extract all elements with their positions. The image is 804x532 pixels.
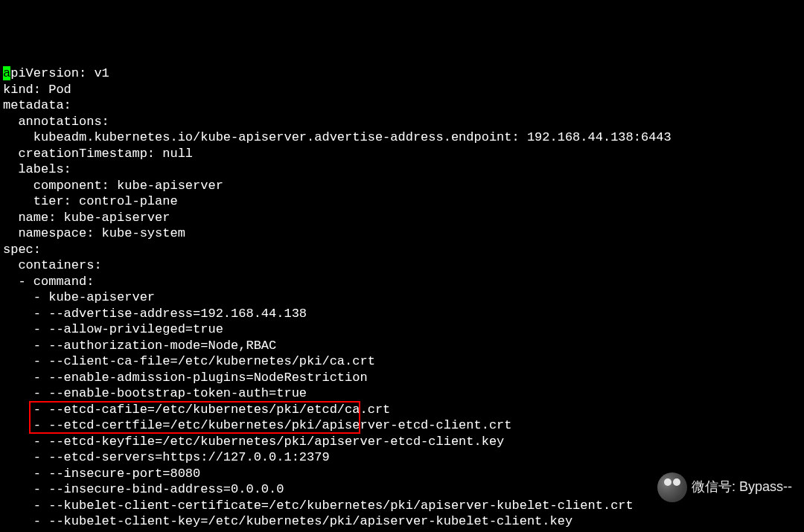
yaml-line: - --enable-bootstrap-token-auth=true (3, 385, 801, 402)
yaml-line: - --client-ca-file=/etc/kubernetes/pki/c… (3, 353, 801, 370)
yaml-line: - --advertise-address=192.168.44.138 (3, 306, 801, 322)
yaml-line: - --etcd-keyfile=/etc/kubernetes/pki/api… (3, 434, 801, 450)
terminal-output: apiVersion: v1kind: Podmetadata: annotat… (3, 65, 801, 532)
yaml-line: - --etcd-certfile=/etc/kubernetes/pki/ap… (3, 417, 801, 434)
yaml-line: - --authorization-mode=Node,RBAC (3, 338, 801, 354)
yaml-line: apiVersion: v1 (3, 65, 801, 82)
yaml-line: - kube-apiserver (3, 289, 801, 306)
yaml-line: - command: (3, 274, 801, 290)
watermark-text: 微信号: Bypass-- (692, 479, 792, 496)
yaml-line: - --enable-admission-plugins=NodeRestric… (3, 370, 801, 386)
yaml-line: tier: control-plane (3, 193, 801, 210)
yaml-line: - --kubelet-client-key=/etc/kubernetes/p… (3, 513, 801, 530)
yaml-line: - --etcd-servers=https://127.0.0.1:2379 (3, 449, 801, 466)
yaml-line: kind: Pod (3, 82, 801, 98)
yaml-line: containers: (3, 257, 801, 274)
yaml-line: annotations: (3, 114, 801, 130)
yaml-line: - --etcd-cafile=/etc/kubernetes/pki/etcd… (3, 402, 801, 418)
yaml-line: creationTimestamp: null (3, 146, 801, 162)
yaml-line: component: kube-apiserver (3, 178, 801, 194)
yaml-line: kubeadm.kubernetes.io/kube-apiserver.adv… (3, 129, 801, 146)
yaml-line: - --allow-privileged=true (3, 321, 801, 338)
yaml-line: - --kubelet-preferred-address-types=Inte… (3, 530, 801, 533)
yaml-line: labels: (3, 161, 801, 178)
yaml-line: namespace: kube-system (3, 225, 801, 242)
yaml-line: metadata: (3, 97, 801, 114)
yaml-line: name: kube-apiserver (3, 210, 801, 226)
cursor: a (3, 66, 10, 80)
yaml-line: spec: (3, 242, 801, 258)
watermark: 微信号: Bypass-- (657, 472, 792, 502)
wechat-icon (657, 472, 687, 502)
